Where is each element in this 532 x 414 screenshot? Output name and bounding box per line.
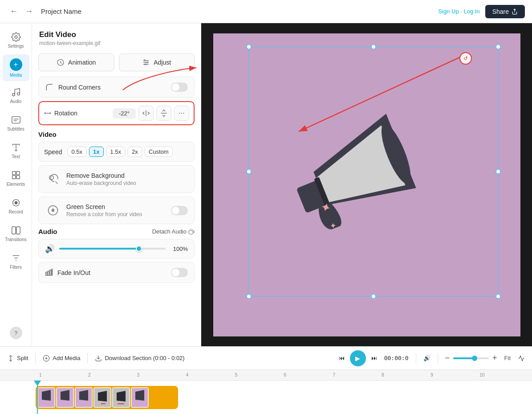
svg-point-25 [145, 64, 146, 65]
waveform-icon [518, 355, 525, 362]
zoom-in-button[interactable]: + [492, 353, 497, 363]
track-thumb-4 [93, 387, 111, 408]
flip-h-button[interactable] [138, 106, 154, 121]
ruler-mark-9: 9 [430, 373, 479, 377]
svg-rect-10 [12, 175, 15, 178]
skip-back-button[interactable]: ⏮ [339, 355, 345, 361]
toolbar-separator-2 [87, 353, 88, 364]
add-media-button[interactable]: Add Media [43, 355, 80, 362]
svg-rect-14 [12, 226, 15, 234]
remove-bg-row[interactable]: Remove Background Auto-erase background … [38, 165, 195, 193]
download-section-button[interactable]: Download Section (0:00 - 0:02) [95, 355, 184, 362]
fade-toggle[interactable] [171, 268, 188, 277]
more-options-button[interactable]: ··· [174, 106, 189, 121]
round-corners-icon [45, 83, 54, 92]
audio-section-header: Audio Detach Audio [38, 228, 195, 235]
volume-slider[interactable] [59, 248, 166, 250]
ruler-mark-4: 4 [186, 373, 235, 377]
speed-custom[interactable]: Custom [145, 147, 173, 157]
timeline: 1 2 3 4 5 6 7 8 9 10 [0, 369, 532, 414]
sidebar-item-settings[interactable]: Settings [3, 27, 29, 53]
sidebar-item-audio[interactable]: Audio [3, 82, 29, 109]
zoom-slider[interactable] [453, 357, 489, 359]
volume-slider-thumb [136, 246, 142, 252]
animation-icon [57, 58, 65, 66]
toolbar-separator-3 [416, 353, 416, 364]
green-screen-toggle[interactable] [171, 206, 188, 215]
timeline-cursor-line [37, 381, 38, 414]
sidebar-elements-label: Elements [7, 182, 25, 187]
transitions-icon [11, 225, 21, 235]
sidebar-item-text[interactable]: Text [3, 137, 29, 164]
sidebar-audio-label: Audio [10, 99, 22, 104]
subtitles-icon [11, 115, 21, 125]
fade-in-out-row: Fade In/Out [38, 262, 195, 283]
svg-rect-37 [50, 270, 51, 275]
rotation-handle[interactable]: ↺ [459, 52, 472, 65]
svg-point-24 [147, 62, 148, 63]
signup-link[interactable]: Sign Up [438, 8, 459, 15]
flip-h-icon [142, 109, 150, 117]
sidebar-item-record[interactable]: Record [3, 193, 29, 219]
thumb-svg-5 [113, 388, 129, 407]
split-button[interactable]: Split [7, 355, 28, 362]
timeline-track[interactable] [36, 386, 178, 409]
round-corners-label: Round Corners [58, 84, 101, 91]
detach-audio-label: Detach Audio [152, 228, 187, 235]
split-label: Split [17, 355, 28, 361]
redo-button[interactable]: → [22, 5, 36, 18]
timeline-ruler: 1 2 3 4 5 6 7 8 9 10 [0, 370, 532, 381]
speed-05x[interactable]: 0.5x [67, 147, 86, 157]
skip-forward-button[interactable]: ⏭ [371, 355, 377, 361]
audio-section-title: Audio [38, 228, 57, 235]
svg-rect-35 [46, 272, 47, 275]
rotation-value-input[interactable] [113, 108, 136, 119]
video-section-title: Video [38, 131, 195, 138]
ruler-mark-3: 3 [137, 373, 186, 377]
sidebar-item-transitions[interactable]: Transitions [3, 220, 29, 247]
login-link[interactable]: Log In [463, 8, 479, 15]
undo-button[interactable]: ← [7, 5, 20, 18]
adjust-icon [142, 58, 150, 66]
fade-label: Fade In/Out [57, 269, 90, 276]
speed-1x[interactable]: 1x [89, 147, 103, 157]
volume-button[interactable]: 🔊 [423, 355, 430, 361]
sidebar-item-subtitles[interactable]: Subtitles [3, 110, 29, 136]
adjust-button[interactable]: Adjust [119, 53, 195, 71]
fade-left: Fade In/Out [45, 269, 90, 277]
play-button[interactable]: ▶ [350, 350, 366, 366]
svg-point-23 [144, 60, 146, 61]
svg-marker-72 [135, 390, 144, 401]
svg-marker-66 [98, 391, 107, 402]
detach-audio-button[interactable]: Detach Audio [152, 228, 195, 235]
thumb-svg-2 [57, 388, 73, 407]
auth-links: Sign Up · Log In [438, 8, 479, 15]
time-display: 00:00:0 [384, 355, 409, 361]
ruler-marks-container: 1 2 3 4 5 6 7 8 9 10 [36, 370, 532, 380]
speed-2x[interactable]: 2x [128, 147, 142, 157]
flip-v-icon [160, 109, 168, 117]
video-canvas: ✦ ✦ [213, 33, 520, 336]
zoom-out-button[interactable]: − [445, 353, 450, 363]
ruler-mark-1: 1 [39, 373, 88, 377]
sidebar-item-elements[interactable]: Elements [3, 165, 29, 192]
zoom-thumb [472, 356, 477, 361]
speed-15x[interactable]: 1.5x [106, 147, 126, 157]
sidebar-item-filters[interactable]: Filters [3, 248, 29, 275]
flip-v-button[interactable] [156, 106, 171, 121]
gear-icon [11, 32, 21, 42]
svg-point-1 [12, 93, 15, 96]
green-screen-row: Green Screen Remove a color from your vi… [38, 197, 195, 224]
animation-button[interactable]: Animation [38, 53, 114, 71]
remove-bg-desc: Auto-erase background video [66, 180, 188, 186]
help-button[interactable]: ? [10, 327, 22, 339]
fit-button[interactable]: Fit [504, 355, 511, 361]
sidebar-item-media[interactable]: + Media [3, 54, 29, 81]
volume-row: 🔊 100% [38, 239, 195, 258]
share-button[interactable]: Share [485, 5, 525, 18]
waveform-button[interactable] [518, 355, 525, 362]
round-corners-toggle[interactable] [171, 82, 188, 92]
remove-bg-text: Remove Background Auto-erase background … [66, 172, 188, 186]
thumb-svg-1 [38, 388, 54, 407]
sidebar-text-label: Text [12, 154, 20, 159]
